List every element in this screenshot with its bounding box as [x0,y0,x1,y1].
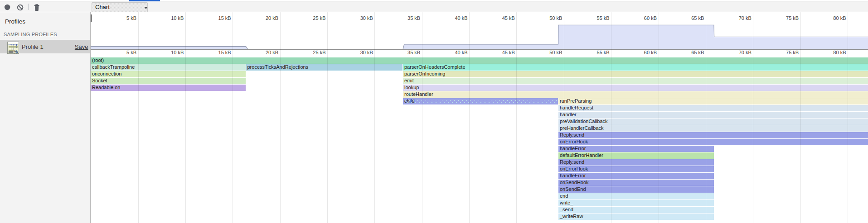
svg-text:%: % [14,49,18,54]
